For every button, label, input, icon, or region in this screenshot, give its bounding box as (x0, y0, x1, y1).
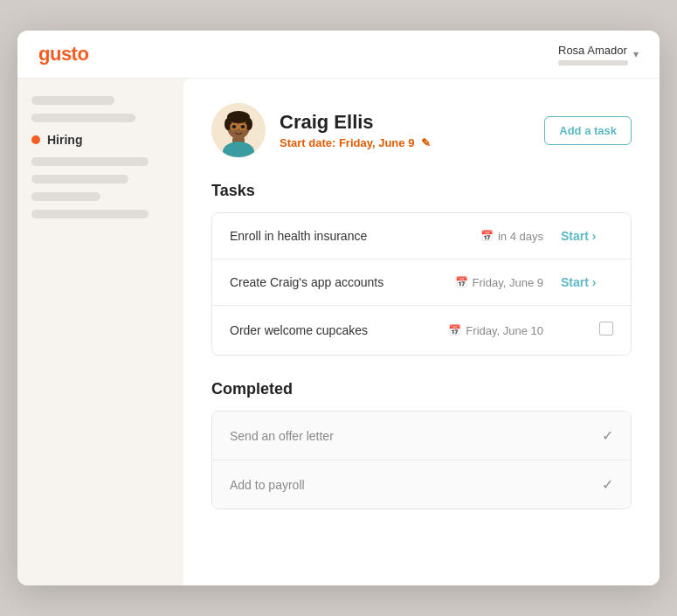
hiring-dot (31, 135, 40, 144)
list-item: Send an offer letter ✓ (212, 412, 631, 460)
main-content: Craig Ellis Start date: Friday, June 9 ✎… (183, 79, 660, 585)
task-meta-1: 📅 in 4 days (480, 230, 543, 243)
user-sub-placeholder (558, 60, 628, 66)
task-action-1[interactable]: Start › (561, 229, 613, 243)
sidebar: Hiring (17, 79, 183, 585)
calendar-icon-2: 📅 (455, 276, 468, 288)
task-name-3: Order welcome cupcakes (230, 323, 368, 337)
table-row: Order welcome cupcakes 📅 Friday, June 10 (212, 306, 631, 355)
sidebar-placeholder-6 (31, 210, 149, 218)
task-action-2[interactable]: Start › (561, 275, 613, 289)
header: gusto Rosa Amador ▾ (17, 31, 660, 79)
task-left-1: Enroll in health insurance (230, 229, 480, 243)
task-checkbox-3[interactable] (599, 322, 613, 336)
add-task-button[interactable]: Add a task (544, 116, 632, 145)
sidebar-placeholder-2 (31, 114, 135, 122)
svg-point-7 (232, 125, 236, 128)
sidebar-hiring-label: Hiring (47, 133, 82, 147)
task-left-2: Create Craig's app accounts (230, 275, 455, 289)
calendar-icon-1: 📅 (480, 230, 494, 242)
start-button-1[interactable]: Start › (561, 229, 613, 243)
list-item: Add to payroll ✓ (212, 460, 631, 509)
task-left-3: Order welcome cupcakes (230, 323, 448, 337)
logo: gusto (38, 43, 88, 66)
task-meta-3: 📅 Friday, June 10 (448, 324, 543, 337)
completed-name-1: Send an offer letter (230, 429, 334, 443)
task-due-3: Friday, June 10 (466, 324, 543, 337)
avatar (211, 103, 266, 157)
profile-info: Craig Ellis Start date: Friday, June 9 ✎ (280, 111, 431, 149)
sidebar-placeholder-1 (31, 96, 114, 105)
table-row: Create Craig's app accounts 📅 Friday, Ju… (212, 260, 631, 306)
user-menu[interactable]: Rosa Amador ▾ (558, 44, 639, 66)
profile-name: Craig Ellis (280, 111, 431, 134)
task-due-2: Friday, June 9 (473, 276, 543, 289)
profile-left: Craig Ellis Start date: Friday, June 9 ✎ (211, 103, 431, 157)
chevron-down-icon: ▾ (633, 48, 639, 60)
body: Hiring (17, 79, 660, 585)
profile-section: Craig Ellis Start date: Friday, June 9 ✎… (211, 103, 632, 157)
task-meta-2: 📅 Friday, June 9 (455, 276, 543, 289)
sidebar-placeholder-4 (31, 175, 128, 183)
sidebar-placeholder-5 (31, 192, 100, 201)
task-action-3[interactable] (561, 322, 613, 339)
completed-list: Send an offer letter ✓ Add to payroll ✓ (211, 411, 632, 509)
check-icon-1: ✓ (602, 427, 613, 444)
start-label: Start date: (280, 136, 335, 149)
completed-name-2: Add to payroll (230, 478, 305, 492)
start-button-2[interactable]: Start › (561, 275, 613, 289)
app-window: gusto Rosa Amador ▾ Hiring (17, 31, 660, 585)
start-date-value: Friday, June 9 (339, 136, 414, 149)
calendar-icon-3: 📅 (448, 324, 461, 336)
task-due-1: in 4 days (498, 230, 543, 243)
profile-start-date: Start date: Friday, June 9 ✎ (280, 136, 431, 149)
svg-point-8 (241, 125, 245, 128)
completed-section-title: Completed (211, 380, 632, 398)
table-row: Enroll in health insurance 📅 in 4 days S… (212, 213, 631, 260)
sidebar-placeholder-3 (31, 157, 149, 166)
task-name-1: Enroll in health insurance (230, 229, 367, 243)
check-icon-2: ✓ (602, 476, 613, 493)
tasks-section-title: Tasks (211, 182, 632, 200)
edit-icon[interactable]: ✎ (421, 136, 431, 149)
sidebar-item-hiring[interactable]: Hiring (31, 133, 169, 147)
task-name-2: Create Craig's app accounts (230, 275, 383, 289)
user-name: Rosa Amador (558, 44, 628, 57)
task-list: Enroll in health insurance 📅 in 4 days S… (211, 212, 632, 356)
